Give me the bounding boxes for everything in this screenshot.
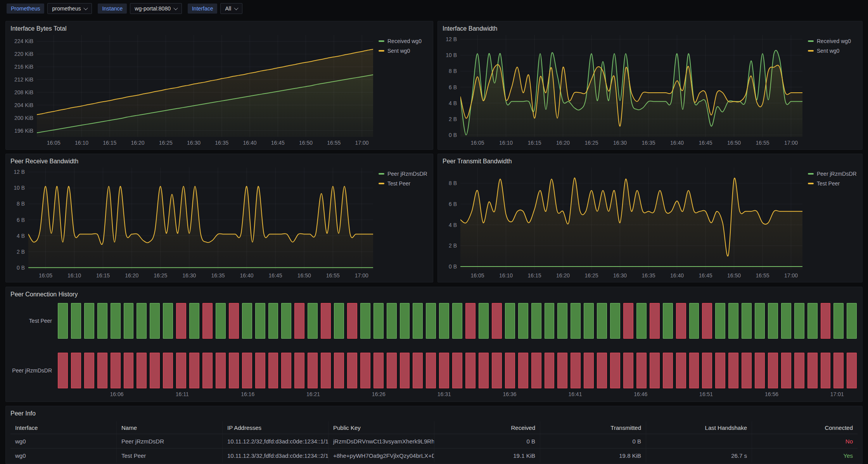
x-axis: 16:0516:1016:1516:2016:2516:3016:3516:40…	[37, 137, 373, 147]
status-cell-disconnected	[794, 353, 804, 388]
dashboard: Prometheus prometheus Instance wg-portal…	[0, 0, 868, 464]
table-cell-transmitted: 0 B	[540, 434, 646, 448]
table-cell-interface: wg0	[10, 452, 116, 459]
legend-item[interactable]: Sent wg0	[379, 48, 410, 54]
status-cell-disconnected	[636, 353, 647, 388]
legend-swatch-icon	[379, 183, 384, 184]
legend-item[interactable]: Peer jRzmDsDR	[808, 171, 857, 177]
status-row-test-peer: Test Peer	[10, 303, 857, 339]
panel-title[interactable]: Peer Connection History	[6, 287, 862, 299]
table-header-ips[interactable]: IP Addresses	[222, 421, 328, 434]
status-cell-connected	[847, 303, 857, 339]
status-cell-connected	[439, 303, 449, 339]
plot-area[interactable]	[460, 35, 802, 137]
status-cell-disconnected	[137, 353, 147, 388]
y-tick-label: 10 B	[446, 52, 457, 58]
table-header-last_handshake[interactable]: Last Handshake	[646, 421, 752, 434]
x-tick-label: 16:21	[306, 391, 320, 397]
x-tick-label: 16:50	[727, 272, 741, 279]
y-tick-label: 0 B	[449, 263, 457, 270]
panel-title[interactable]: Peer Transmit Bandwidth	[438, 154, 862, 166]
status-cell-connected	[242, 303, 252, 339]
table-cell-received: 19.1 KiB	[434, 448, 540, 462]
table-header-interface[interactable]: Interface	[10, 424, 116, 431]
legend-label: Peer jRzmDsDR	[817, 171, 857, 177]
var-interface-select[interactable]: All	[220, 3, 242, 14]
plot-column: 16:0516:1016:1516:2016:2516:3016:3516:40…	[28, 168, 373, 280]
y-tick-label: 2 B	[449, 116, 457, 122]
x-tick-label: 16:36	[503, 391, 517, 397]
status-cell-connected	[84, 303, 94, 339]
table-header-name[interactable]: Name	[116, 421, 222, 434]
status-cell-disconnected	[321, 303, 331, 339]
legend-item[interactable]: Test Peer	[808, 180, 840, 187]
status-cell-connected	[189, 303, 199, 339]
y-tick-label: 212 KiB	[14, 76, 33, 83]
status-cell-disconnected	[281, 353, 291, 388]
legend-label: Sent wg0	[817, 48, 839, 54]
status-cell-disconnected	[702, 303, 712, 339]
status-cell-disconnected	[728, 353, 738, 388]
status-cell-disconnected	[242, 353, 252, 388]
status-cell-disconnected	[597, 353, 607, 388]
status-cell-disconnected	[623, 303, 633, 339]
table-cell-ips: 10.11.12.2/32,fdfd:d3ad:c0de:1234::1/128	[222, 434, 328, 448]
x-tick-label: 16:15	[528, 272, 541, 279]
status-cell-connected	[124, 303, 134, 339]
chart-body: 0 B2 B4 B6 B8 B 16:0516:1016:1516:2016:2…	[438, 166, 862, 282]
panel-interface-bytes-total: Interface Bytes Total 196 KiB200 KiB204 …	[5, 21, 433, 150]
y-tick-label: 6 B	[17, 217, 25, 223]
panel-title[interactable]: Peer Info	[6, 406, 862, 418]
x-axis: 16:0516:1016:1516:2016:2516:3016:3516:40…	[460, 137, 802, 147]
panel-title[interactable]: Peer Receive Bandwidth	[6, 154, 433, 166]
x-tick-label: 17:00	[784, 272, 798, 279]
panel-title[interactable]: Interface Bandwidth	[438, 21, 862, 33]
x-axis: 16:0516:1016:1516:2016:2516:3016:3516:40…	[460, 270, 802, 280]
plot-area[interactable]	[37, 35, 373, 137]
legend-item[interactable]: Received wg0	[379, 38, 422, 44]
table-header-connected[interactable]: Connected	[752, 421, 858, 434]
status-cell-connected	[689, 303, 699, 339]
plot-area[interactable]	[460, 168, 802, 270]
status-cell-connected	[610, 303, 620, 339]
x-tick-label: 16:10	[499, 272, 513, 279]
var-instance-select[interactable]: wg-portal:8080	[130, 3, 182, 14]
y-tick-label: 4 B	[449, 222, 457, 228]
y-tick-label: 6 B	[449, 84, 457, 90]
status-cell-connected	[781, 303, 791, 339]
panel-interface-bandwidth: Interface Bandwidth 0 B2 B4 B6 B8 B10 B1…	[437, 21, 863, 150]
plot-column: 16:0516:1016:1516:2016:2516:3016:3516:40…	[37, 35, 373, 147]
chevron-down-icon	[234, 6, 238, 10]
y-tick-label: 224 KiB	[14, 38, 33, 44]
table-row: wg0Test Peer10.11.12.3/32,fdfd:d3ad:c0de…	[10, 448, 858, 462]
x-tick-label: 16:30	[182, 272, 196, 279]
x-axis: 16:0516:1016:1516:2016:2516:3016:3516:40…	[28, 270, 373, 280]
x-tick-label: 16:40	[670, 272, 684, 279]
x-tick-label: 16:05	[47, 140, 61, 146]
x-tick-label: 16:50	[297, 272, 311, 279]
legend-item[interactable]: Peer jRzmDsDR	[379, 171, 427, 177]
y-tick-label: 4 B	[17, 233, 25, 239]
legend-swatch-icon	[808, 40, 814, 42]
table-header-public_key[interactable]: Public Key	[328, 421, 434, 434]
status-cell-disconnected	[202, 303, 213, 339]
plot-area[interactable]	[28, 168, 373, 270]
status-cell-connected	[545, 303, 555, 339]
status-cell-disconnected	[610, 353, 620, 388]
legend-item[interactable]: Sent wg0	[808, 48, 839, 54]
legend-item[interactable]: Test Peer	[379, 180, 410, 187]
status-bars	[58, 303, 857, 339]
status-cell-disconnected	[676, 353, 686, 388]
table-header-transmitted[interactable]: Transmitted	[540, 421, 646, 434]
x-tick-label: 17:01	[830, 391, 844, 397]
table-header-received[interactable]: Received	[434, 421, 540, 434]
status-cell-disconnected	[650, 303, 660, 339]
x-tick-label: 16:30	[613, 140, 627, 146]
panel-title[interactable]: Interface Bytes Total	[6, 21, 433, 33]
x-tick-label: 16:55	[756, 272, 769, 279]
status-cell-disconnected	[821, 303, 831, 339]
legend-item[interactable]: Received wg0	[808, 38, 851, 44]
var-datasource-select[interactable]: prometheus	[47, 3, 92, 14]
legend-label: Test Peer	[387, 180, 410, 187]
y-tick-label: 2 B	[449, 242, 457, 249]
